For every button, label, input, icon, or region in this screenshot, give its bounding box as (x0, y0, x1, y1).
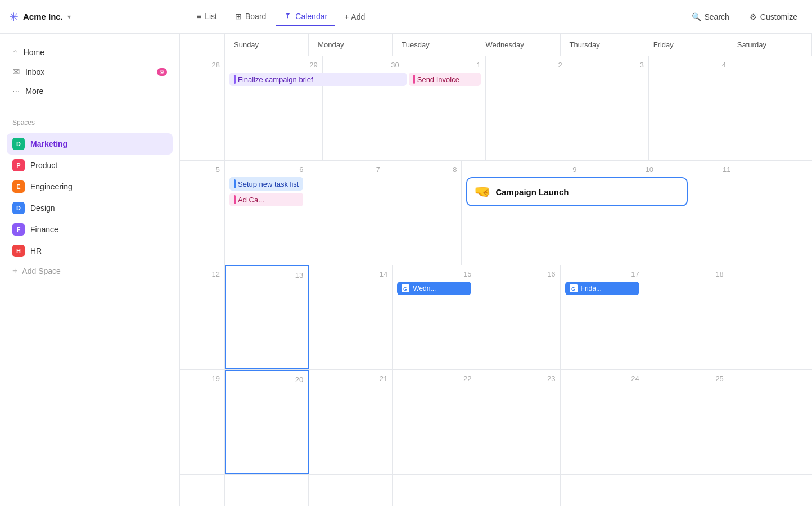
sidebar-item-home[interactable]: ⌂ Home (7, 43, 173, 62)
tab-add[interactable]: + Add (337, 8, 372, 26)
sidebar-item-hr[interactable]: H HR (7, 240, 173, 261)
week2-saturday[interactable]: 11 (658, 161, 736, 265)
inbox-badge: 9 (157, 68, 167, 76)
calendar-week-2: 5 6 Setup new task list Ad Ca... 7 (180, 161, 812, 265)
week3-tuesday[interactable]: 14 (309, 265, 393, 369)
calendar-week-5 (180, 475, 812, 506)
spaces-label: Spaces (7, 114, 173, 131)
inbox-icon: ✉ (12, 66, 20, 77)
marketing-avatar: D (12, 138, 25, 150)
week4-wednesday[interactable]: 22 (393, 370, 476, 474)
week3-wednesday[interactable]: 15 G Wedn... (393, 265, 476, 369)
week5-col4[interactable] (476, 475, 560, 506)
tab-board[interactable]: ⊞ Board (227, 7, 274, 26)
event-bar (413, 75, 415, 84)
svg-text:G: G (571, 286, 575, 292)
search-button[interactable]: 🔍 Search (686, 9, 735, 25)
week3-saturday[interactable]: 18 (644, 265, 728, 369)
sidebar-nav: ⌂ Home ✉ Inbox 9 ··· More (7, 43, 173, 101)
product-avatar: P (12, 159, 25, 171)
sidebar-item-design[interactable]: D Design (7, 197, 173, 219)
week3-monday-today[interactable]: 13 (225, 265, 309, 369)
week5-col1[interactable] (225, 475, 309, 506)
week4-thursday[interactable]: 23 (476, 370, 560, 474)
week5-col3[interactable] (393, 475, 476, 506)
week3-num-cell: 12 (180, 265, 225, 369)
col-header-friday: Friday (644, 34, 728, 56)
calendar-view: Sunday Monday Tuesday Wednesday Thursday… (180, 34, 812, 506)
calendar-week-3: 12 13 14 15 G Wedn... (180, 265, 812, 370)
logo-area: ✳ Acme Inc. ▾ (9, 10, 189, 24)
week5-col6[interactable] (644, 475, 728, 506)
week2-thursday[interactable]: 9 🤜 Campaign Launch (462, 161, 581, 265)
sidebar: ⌂ Home ✉ Inbox 9 ··· More Spaces D Marke… (0, 34, 180, 506)
week1-num-cell: 28 (180, 56, 225, 160)
google-calendar-icon: G (402, 284, 409, 292)
event-invoice[interactable]: Send Invoice (409, 73, 481, 86)
col-header-monday: Monday (309, 34, 393, 56)
company-chevron-icon[interactable]: ▾ (67, 13, 71, 21)
col-header-empty (180, 34, 225, 56)
search-icon: 🔍 (692, 12, 701, 21)
week5-col5[interactable] (561, 475, 644, 506)
hand-icon: 🤜 (474, 184, 491, 200)
week5-col2[interactable] (309, 475, 393, 506)
week2-sunday[interactable]: 6 Setup new task list Ad Ca... (225, 161, 308, 265)
add-space-button[interactable]: + Add Space (7, 261, 173, 281)
week1-thursday[interactable]: 2 (486, 56, 567, 160)
company-name: Acme Inc. (23, 12, 63, 21)
sidebar-item-engineering[interactable]: E Engineering (7, 176, 173, 197)
nav-tabs: ≡ List ⊞ Board 🗓 Calendar + Add (189, 7, 686, 26)
col-header-thursday: Thursday (561, 34, 644, 56)
calendar-body: 28 29 Finalize campaign brief 30 1 (180, 56, 812, 506)
event-ad[interactable]: Ad Ca... (229, 193, 303, 206)
col-header-saturday: Saturday (728, 34, 812, 56)
week2-tuesday[interactable]: 7 (308, 161, 385, 265)
sidebar-item-finance[interactable]: F Finance (7, 219, 173, 240)
design-avatar: D (12, 202, 25, 214)
sidebar-item-inbox[interactable]: ✉ Inbox 9 (7, 62, 173, 82)
week2-friday[interactable]: 10 (581, 161, 658, 265)
week1-sunday[interactable]: 29 Finalize campaign brief (225, 56, 323, 160)
customize-button[interactable]: ⚙ Customize (744, 9, 803, 25)
calendar-header: Sunday Monday Tuesday Wednesday Thursday… (180, 34, 812, 56)
home-icon: ⌂ (12, 47, 18, 57)
week1-tuesday[interactable]: 30 (323, 56, 404, 160)
event-frida[interactable]: G Frida... (565, 282, 639, 295)
week4-monday[interactable]: 20 (225, 370, 309, 474)
week3-thursday[interactable]: 16 (476, 265, 560, 369)
week4-saturday[interactable]: 25 (644, 370, 728, 474)
event-wedn[interactable]: G Wedn... (397, 282, 471, 295)
hr-avatar: H (12, 245, 25, 257)
col-header-sunday: Sunday (225, 34, 309, 56)
week4-num-cell: 19 (180, 370, 225, 474)
sidebar-item-product[interactable]: P Product (7, 155, 173, 176)
week1-friday[interactable]: 3 (567, 56, 649, 160)
week1-sunday-date: 28 (184, 61, 220, 73)
main-layout: ⌂ Home ✉ Inbox 9 ··· More Spaces D Marke… (0, 34, 812, 506)
finance-avatar: F (12, 223, 25, 236)
col-header-wednesday: Wednesday (476, 34, 560, 56)
tab-calendar[interactable]: 🗓 Calendar (276, 7, 335, 26)
google-calendar-icon-2: G (570, 284, 578, 292)
calendar-icon: 🗓 (284, 12, 292, 21)
tab-list[interactable]: ≡ List (189, 7, 225, 26)
sidebar-item-more[interactable]: ··· More (7, 82, 173, 101)
week5-col7[interactable] (728, 475, 812, 506)
app-logo-icon: ✳ (9, 10, 19, 24)
event-setup[interactable]: Setup new task list (229, 177, 303, 191)
sidebar-item-marketing[interactable]: D Marketing (7, 133, 173, 155)
svg-text:G: G (403, 286, 407, 292)
event-bar (234, 195, 236, 204)
board-icon: ⊞ (235, 12, 242, 21)
event-bar (234, 179, 236, 188)
topbar-right: 🔍 Search ⚙ Customize (686, 9, 804, 25)
week2-wednesday[interactable]: 8 (385, 161, 462, 265)
week4-tuesday[interactable]: 21 (309, 370, 393, 474)
week1-saturday[interactable]: 4 (649, 56, 730, 160)
week3-friday[interactable]: 17 G Frida... (561, 265, 644, 369)
week2-num-cell: 5 (180, 161, 225, 265)
week4-friday[interactable]: 24 (561, 370, 644, 474)
week1-wednesday[interactable]: 1 Send Invoice (404, 56, 486, 160)
more-icon: ··· (12, 86, 20, 96)
